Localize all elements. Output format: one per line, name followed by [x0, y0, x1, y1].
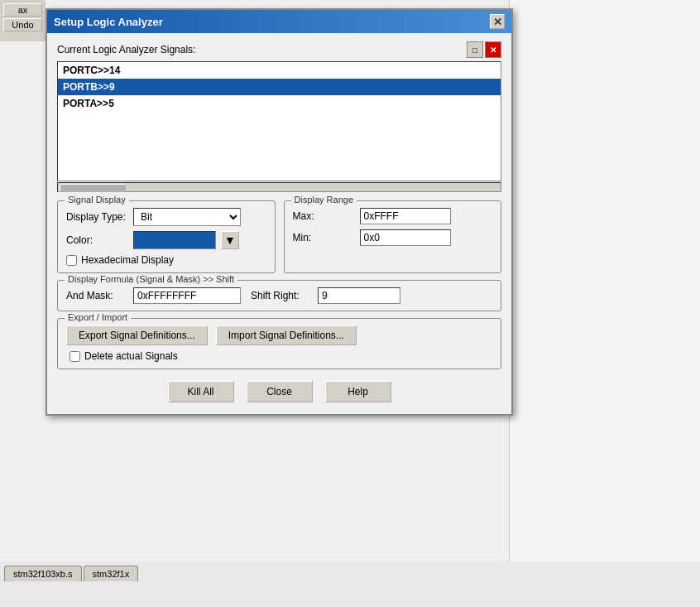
min-row: Min:	[293, 229, 493, 246]
signals-label-row: Current Logic Analyzer Signals: □ ✕	[57, 41, 501, 58]
display-formula-label: Display Formula (Signal & Mask) >> Shift	[65, 274, 237, 284]
color-swatch[interactable]	[133, 231, 216, 249]
bottom-tabs: stm32f103xb.sstm32f1x	[0, 561, 700, 607]
signal-item[interactable]: PORTA>>5	[58, 95, 501, 112]
export-import-label: Export / Import	[65, 312, 131, 322]
formula-row: And Mask: Shift Right:	[66, 287, 492, 304]
color-picker-icon[interactable]: ▼	[221, 231, 239, 249]
import-signal-button[interactable]: Import Signal Definitions...	[216, 325, 357, 345]
signal-display-group: Signal Display Display Type: BitUnsigned…	[57, 200, 276, 273]
and-mask-label: And Mask:	[66, 290, 128, 301]
display-range-group: Display Range Max: Min:	[284, 200, 502, 273]
signal-item[interactable]: PORTB>>9	[58, 79, 501, 95]
color-label: Color:	[66, 234, 128, 246]
and-mask-input[interactable]	[133, 287, 241, 304]
scrollbar-thumb[interactable]	[60, 184, 126, 192]
bottom-tab[interactable]: stm32f103xb.s	[4, 566, 82, 581]
modal-overlay: Setup Logic Analyzer ✕ Current Logic Ana…	[0, 0, 700, 607]
color-row: Color: ▼	[66, 231, 266, 249]
kill-all-button[interactable]: Kill All	[168, 381, 234, 402]
display-type-row: Display Type: BitUnsignedSignedHexadecim…	[66, 208, 266, 226]
shift-right-input[interactable]	[318, 287, 400, 304]
display-type-label: Display Type:	[66, 211, 128, 223]
min-input[interactable]	[360, 229, 451, 246]
shift-right-label: Shift Right:	[251, 290, 313, 301]
title-bar: Setup Logic Analyzer ✕	[47, 10, 511, 33]
shift-right-group: Shift Right:	[251, 287, 400, 304]
delete-row: Delete actual Signals	[66, 350, 492, 362]
close-icon[interactable]: ✕	[490, 14, 505, 29]
hexadecimal-label[interactable]: Hexadecimal Display	[81, 254, 174, 266]
close-button[interactable]: Close	[247, 381, 313, 402]
hexadecimal-row: Hexadecimal Display	[66, 254, 266, 266]
max-label: Max:	[293, 210, 355, 222]
min-label: Min:	[293, 232, 355, 243]
remove-signal-icon[interactable]: ✕	[485, 41, 501, 58]
export-import-buttons-row: Export Signal Definitions... Import Sign…	[66, 325, 492, 345]
signals-section: Current Logic Analyzer Signals: □ ✕ PORT…	[57, 41, 501, 192]
signal-display-label: Signal Display	[65, 195, 129, 205]
scrollbar-track[interactable]	[57, 182, 501, 192]
dialog-title: Setup Logic Analyzer	[54, 16, 163, 28]
max-row: Max:	[293, 208, 493, 224]
bottom-buttons: Kill All Close Help	[57, 378, 501, 406]
signals-list[interactable]: PORTC>>14PORTB>>9PORTA>>5	[57, 61, 501, 181]
signals-icons: □ ✕	[467, 41, 501, 58]
export-import-group: Export / Import Export Signal Definition…	[57, 318, 501, 369]
and-mask-group: And Mask:	[66, 287, 241, 304]
delete-label[interactable]: Delete actual Signals	[84, 350, 178, 362]
signals-label-text: Current Logic Analyzer Signals:	[57, 44, 195, 55]
display-formula-group: Display Formula (Signal & Mask) >> Shift…	[57, 280, 501, 311]
signal-item[interactable]: PORTC>>14	[58, 62, 501, 79]
hexadecimal-checkbox[interactable]	[66, 255, 77, 266]
display-range-label: Display Range	[291, 195, 357, 205]
display-type-select[interactable]: BitUnsignedSignedHexadecimalASCII	[133, 208, 241, 226]
bottom-tab[interactable]: stm32f1x	[84, 566, 139, 581]
help-button[interactable]: Help	[325, 381, 391, 402]
max-input[interactable]	[360, 208, 451, 224]
export-signal-button[interactable]: Export Signal Definitions...	[66, 325, 208, 345]
setup-logic-analyzer-dialog: Setup Logic Analyzer ✕ Current Logic Ana…	[46, 8, 513, 416]
add-signal-icon[interactable]: □	[467, 41, 483, 58]
dialog-content: Current Logic Analyzer Signals: □ ✕ PORT…	[47, 33, 511, 414]
delete-checkbox[interactable]	[70, 351, 80, 362]
signal-display-range-row: Signal Display Display Type: BitUnsigned…	[57, 200, 501, 273]
